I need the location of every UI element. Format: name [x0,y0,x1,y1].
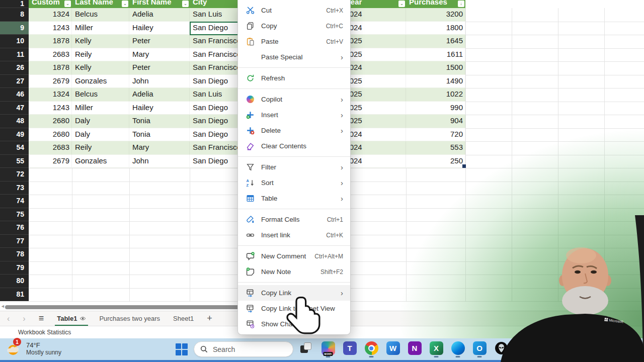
sheet-tab-sheet1[interactable]: Sheet1 [173,311,194,326]
row-header-46[interactable]: 46 [0,88,29,102]
table-cell[interactable]: 1500 [406,61,465,75]
row-header-74[interactable]: 74 [0,195,29,208]
row-header-72[interactable]: 72 [0,168,29,182]
table-cell[interactable]: 1243 [29,22,72,35]
row-header-80[interactable]: 80 [0,275,29,288]
row-header-54[interactable]: 54 [0,141,29,155]
taskbar-icon-task-view[interactable] [299,341,314,357]
table-cell[interactable]: 2680 [29,115,72,128]
row-header-77[interactable]: 77 [0,235,29,248]
row-header-48[interactable]: 48 [0,115,29,128]
table-cell[interactable]: Belcus [72,8,129,22]
menu-item-delete[interactable]: Delete› [238,123,350,138]
row-header-10[interactable]: 10 [0,35,29,48]
add-sheet-button[interactable]: + [207,313,212,324]
search-input[interactable]: Search [194,341,293,357]
horizontal-scrollbar[interactable] [5,305,261,309]
table-cell[interactable]: 1324 [29,8,72,22]
row-header-78[interactable]: 78 [0,248,29,261]
table-cell[interactable]: 990 [406,102,465,115]
table-cell[interactable]: Tonia [129,128,190,142]
taskbar-icon-onenote[interactable]: N [407,341,422,357]
column-header-purchases[interactable]: Purchases↓ [406,0,465,8]
table-cell[interactable]: 1022 [406,88,465,102]
table-cell[interactable]: Miller [72,102,129,115]
sheet-tab-table1[interactable]: Table1 [57,311,86,326]
table-cell[interactable]: Daly [72,128,129,142]
row-header-81[interactable]: 81 [0,288,29,302]
table-cell[interactable]: 1878 [29,61,72,75]
menu-item-insert[interactable]: Insert› [238,107,350,123]
menu-item-filter[interactable]: Filter› [238,159,350,175]
taskbar-icon-word[interactable]: W [385,341,400,357]
row-header-27[interactable]: 27 [0,75,29,88]
table-cell[interactable]: 250 [406,155,465,168]
table-cell[interactable]: Daly [72,115,129,128]
menu-item-format-cells[interactable]: Format CellsCtrl+1 [238,212,350,227]
menu-item-insert-link[interactable]: Insert linkCtrl+K [238,227,350,243]
taskbar-icon-excel[interactable]: X [429,341,444,357]
table-cell[interactable]: 2683 [29,141,72,155]
table-cell[interactable]: Belcus [72,88,129,102]
row-header-26[interactable]: 26 [0,61,29,75]
table-cell[interactable]: Hailey [129,102,190,115]
taskbar-icon-m365-copilot[interactable]: M365 [320,341,336,357]
all-sheets-menu-icon[interactable]: ≡ [39,313,44,324]
row-header-1[interactable]: 1 [0,0,29,8]
row-header-11[interactable]: 11 [0,48,29,62]
table-cell[interactable]: Miller [72,22,129,35]
filter-dropdown-icon[interactable]: ⌄ [64,1,71,7]
row-header-76[interactable]: 76 [0,221,29,235]
table-cell[interactable]: 2683 [29,48,72,62]
table-cell[interactable]: 1324 [29,88,72,102]
table-cell[interactable]: Peter [129,61,190,75]
table-cell[interactable]: 904 [406,115,465,128]
table-cell[interactable]: Gonzales [72,155,129,168]
column-header-last-name[interactable]: Last Name⌄ [72,0,129,8]
prev-sheet-arrow[interactable]: ‹ [7,314,10,323]
table-cell[interactable]: Reily [72,48,129,62]
column-header-first-name[interactable]: First Name⌄ [129,0,190,8]
filter-dropdown-icon[interactable]: ⌄ [398,1,405,7]
table-cell[interactable]: 2679 [29,75,72,88]
row-header-75[interactable]: 75 [0,208,29,222]
table-cell[interactable]: 2679 [29,155,72,168]
table-corner-handle[interactable] [462,164,466,168]
table-cell[interactable]: Peter [129,35,190,48]
menu-item-paste[interactable]: PasteCtrl+V [238,34,350,49]
table-cell[interactable]: Gonzales [72,75,129,88]
row-header-8[interactable]: 8 [0,8,29,22]
menu-item-cut[interactable]: CutCtrl+X [238,3,350,18]
windows-start-button[interactable] [175,343,188,356]
menu-item-sort[interactable]: AZSort› [238,175,350,191]
menu-item-clear-contents[interactable]: Clear Contents [238,138,350,154]
table-cell[interactable]: Mary [129,141,190,155]
row-header-49[interactable]: 49 [0,128,29,142]
table-cell[interactable]: 1645 [406,35,465,48]
row-header-79[interactable]: 79 [0,261,29,275]
row-header-55[interactable]: 55 [0,155,29,168]
taskbar-icon-teams[interactable]: T [342,341,357,357]
table-cell[interactable]: John [129,75,190,88]
menu-item-new-comment[interactable]: New CommentCtrl+Alt+M [238,248,350,264]
table-cell[interactable]: Kelly [72,61,129,75]
table-cell[interactable]: Hailey [129,22,190,35]
scroll-left-arrow-icon[interactable]: ◄ [1,304,5,309]
table-cell[interactable]: Reily [72,141,129,155]
row-header-73[interactable]: 73 [0,182,29,195]
taskbar-icon-chrome[interactable] [364,341,379,357]
table-cell[interactable]: Adelia [129,88,190,102]
table-cell[interactable]: 1800 [406,22,465,35]
table-cell[interactable]: 720 [406,128,465,142]
menu-item-refresh[interactable]: Refresh [238,70,350,86]
menu-item-copy[interactable]: CopyCtrl+C [238,18,350,34]
weather-widget[interactable]: 1 74°F Mostly sunny [5,340,61,357]
next-sheet-arrow[interactable]: › [23,314,25,323]
table-cell[interactable]: Adelia [129,8,190,22]
table-cell[interactable]: 553 [406,141,465,155]
table-cell[interactable]: 1611 [406,48,465,62]
sort-filter-icon[interactable]: ↓ [458,1,464,7]
table-cell[interactable]: Mary [129,48,190,62]
table-cell[interactable]: 1490 [406,75,465,88]
column-header-custom[interactable]: Custom⌄ [29,0,72,8]
